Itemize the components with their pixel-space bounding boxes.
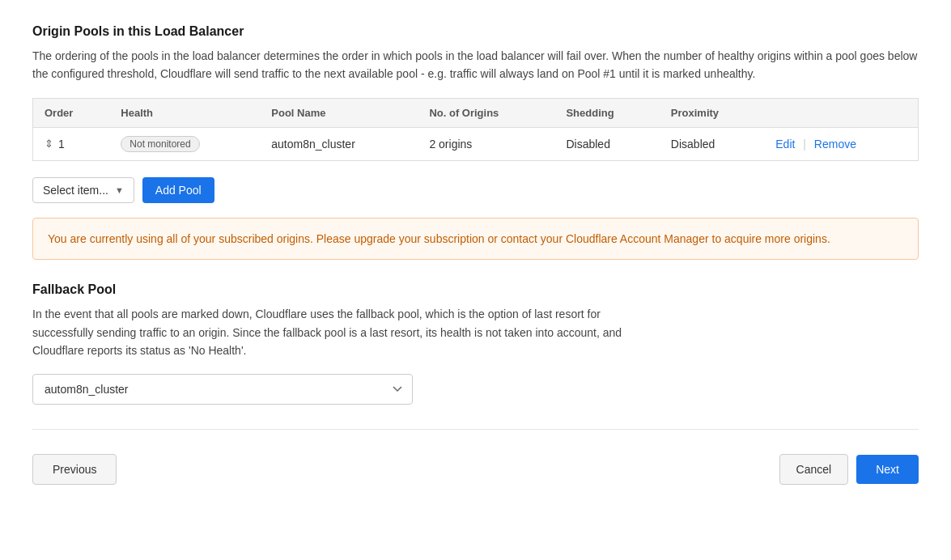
- remove-link[interactable]: Remove: [814, 138, 856, 151]
- section-description: The ordering of the pools in the load ba…: [32, 47, 919, 83]
- select-label: Select item...: [43, 184, 108, 197]
- col-origins: No. of Origins: [418, 98, 554, 127]
- fallback-pool-description: In the event that all pools are marked d…: [32, 305, 647, 359]
- col-proximity: Proximity: [660, 98, 764, 127]
- previous-button[interactable]: Previous: [32, 454, 117, 485]
- table-row: ⇕ 1 Not monitored autom8n_cluster 2 orig…: [33, 127, 919, 160]
- health-cell: Not monitored: [109, 127, 260, 160]
- sort-icon: ⇕: [45, 138, 53, 150]
- cancel-button[interactable]: Cancel: [779, 454, 849, 485]
- add-pool-button[interactable]: Add Pool: [142, 177, 214, 203]
- col-actions: [764, 98, 918, 127]
- right-buttons: Cancel Next: [779, 454, 919, 485]
- next-button[interactable]: Next: [856, 455, 919, 484]
- action-separator: |: [803, 138, 806, 151]
- warning-banner: You are currently using all of your subs…: [32, 218, 919, 260]
- row-order: 1: [58, 138, 65, 151]
- order-cell: ⇕ 1: [33, 127, 110, 160]
- fallback-pool-select[interactable]: autom8n_cluster: [32, 374, 413, 405]
- health-badge: Not monitored: [121, 136, 199, 152]
- col-shedding: Shedding: [554, 98, 659, 127]
- col-health: Health: [109, 98, 260, 127]
- controls-row: Select item... ▼ Add Pool: [32, 177, 919, 203]
- edit-link[interactable]: Edit: [775, 138, 795, 151]
- actions-cell: Edit | Remove: [764, 127, 918, 160]
- fallback-pool-title: Fallback Pool: [32, 282, 919, 297]
- col-order: Order: [33, 98, 110, 127]
- footer-divider: [32, 429, 919, 430]
- proximity-cell: Disabled: [660, 127, 764, 160]
- fallback-select-wrapper: autom8n_cluster: [32, 374, 919, 405]
- pools-table: Order Health Pool Name No. of Origins Sh…: [32, 98, 919, 161]
- origins-cell: 2 origins: [418, 127, 554, 160]
- pool-name-cell: autom8n_cluster: [260, 127, 418, 160]
- footer-row: Previous Cancel Next: [32, 446, 919, 485]
- chevron-down-icon: ▼: [115, 185, 124, 195]
- select-item-dropdown[interactable]: Select item... ▼: [32, 177, 134, 203]
- col-pool-name: Pool Name: [260, 98, 418, 127]
- section-title: Origin Pools in this Load Balancer: [32, 24, 919, 39]
- shedding-cell: Disabled: [554, 127, 659, 160]
